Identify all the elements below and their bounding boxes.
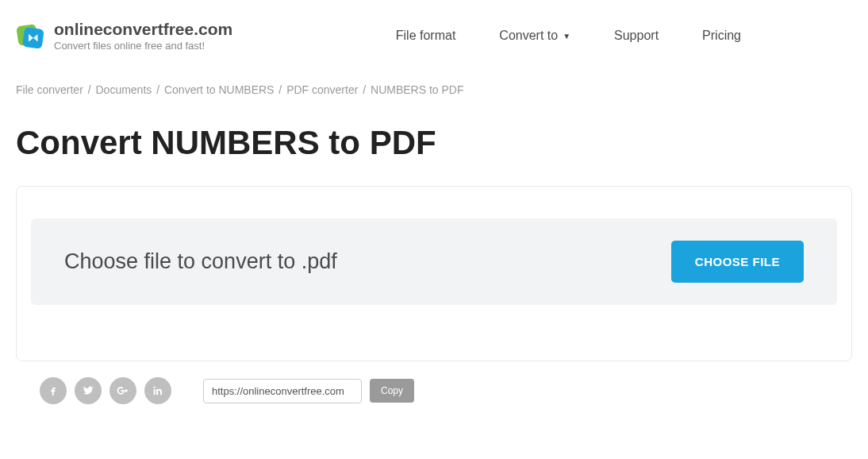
logo-tagline: Convert files online free and fast!	[54, 40, 232, 52]
chevron-down-icon: ▼	[563, 32, 570, 40]
page-title: Convert NUMBERS to PDF	[0, 104, 868, 186]
twitter-icon[interactable]	[75, 377, 102, 404]
nav-pricing[interactable]: Pricing	[702, 29, 741, 43]
logo-area[interactable]: onlineconvertfree.com Convert files onli…	[16, 20, 232, 52]
file-chooser-row: Choose file to convert to .pdf CHOOSE FI…	[31, 218, 837, 305]
logo-text: onlineconvertfree.com Convert files onli…	[54, 20, 232, 52]
main-nav: File format Convert to ▼ Support Pricing	[396, 29, 852, 43]
social-icons	[40, 377, 171, 404]
breadcrumb-separator: /	[156, 83, 159, 96]
nav-label: Convert to	[499, 29, 558, 43]
breadcrumb-item[interactable]: NUMBERS to PDF	[371, 83, 463, 96]
googleplus-icon[interactable]	[109, 377, 136, 404]
breadcrumb-separator: /	[363, 83, 366, 96]
nav-support[interactable]: Support	[614, 29, 659, 43]
nav-label: Pricing	[702, 29, 741, 43]
convert-card: Choose file to convert to .pdf CHOOSE FI…	[16, 186, 852, 361]
breadcrumb-item[interactable]: File converter	[16, 83, 83, 96]
logo-icon	[16, 21, 46, 51]
nav-label: Support	[614, 29, 659, 43]
file-chooser-label: Choose file to convert to .pdf	[64, 249, 337, 274]
breadcrumb: File converter / Documents / Convert to …	[0, 60, 868, 104]
facebook-icon[interactable]	[40, 377, 67, 404]
breadcrumb-separator: /	[278, 83, 282, 96]
svg-rect-1	[22, 27, 44, 49]
copy-button[interactable]: Copy	[370, 379, 414, 403]
nav-label: File format	[396, 29, 456, 43]
nav-convert-to[interactable]: Convert to ▼	[499, 29, 570, 43]
choose-file-button[interactable]: CHOOSE FILE	[671, 241, 804, 283]
nav-file-format[interactable]: File format	[396, 29, 456, 43]
breadcrumb-item[interactable]: Documents	[95, 83, 152, 96]
logo-title: onlineconvertfree.com	[54, 20, 232, 38]
header: onlineconvertfree.com Convert files onli…	[0, 0, 868, 60]
share-row: Copy	[0, 361, 868, 420]
breadcrumb-separator: /	[88, 83, 91, 96]
breadcrumb-item[interactable]: PDF converter	[286, 83, 358, 96]
linkedin-icon[interactable]	[144, 377, 171, 404]
breadcrumb-item[interactable]: Convert to NUMBERS	[164, 83, 274, 96]
share-url-input[interactable]	[203, 379, 362, 403]
